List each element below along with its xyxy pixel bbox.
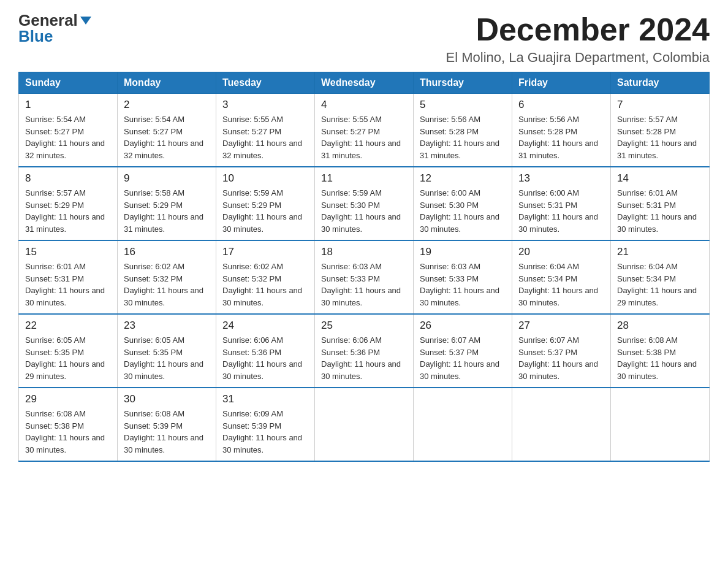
- calendar-cell: 12 Sunrise: 6:00 AMSunset: 5:30 PMDaylig…: [414, 167, 512, 240]
- logo: General Blue: [18, 12, 91, 44]
- day-number: 29: [25, 393, 111, 405]
- day-info: Sunrise: 6:07 AMSunset: 5:37 PMDaylight:…: [420, 334, 506, 382]
- page-subtitle: El Molino, La Guajira Department, Colomb…: [446, 50, 710, 66]
- day-info: Sunrise: 6:04 AMSunset: 5:34 PMDaylight:…: [518, 261, 604, 308]
- calendar-cell: 28 Sunrise: 6:08 AMSunset: 5:38 PMDaylig…: [611, 314, 710, 388]
- header-cell-saturday: Saturday: [611, 72, 710, 94]
- day-number: 6: [518, 99, 604, 111]
- calendar-cell: 13 Sunrise: 6:00 AMSunset: 5:31 PMDaylig…: [512, 167, 611, 240]
- day-number: 12: [420, 172, 506, 185]
- day-number: 8: [25, 172, 111, 185]
- logo-bottom-text: Blue: [18, 28, 91, 44]
- calendar-table: SundayMondayTuesdayWednesdayThursdayFrid…: [18, 72, 710, 462]
- header-cell-sunday: Sunday: [19, 72, 118, 94]
- day-number: 31: [222, 393, 308, 405]
- day-number: 22: [25, 320, 111, 332]
- calendar-cell: [315, 388, 414, 461]
- day-number: 4: [321, 99, 407, 111]
- title-area: December 2024 El Molino, La Guajira Depa…: [446, 12, 710, 66]
- day-number: 18: [321, 246, 407, 258]
- day-info: Sunrise: 5:57 AMSunset: 5:29 PMDaylight:…: [25, 187, 111, 235]
- day-info: Sunrise: 6:06 AMSunset: 5:36 PMDaylight:…: [222, 334, 308, 382]
- day-info: Sunrise: 6:00 AMSunset: 5:30 PMDaylight:…: [420, 187, 506, 235]
- day-info: Sunrise: 5:54 AMSunset: 5:27 PMDaylight:…: [25, 113, 111, 161]
- day-number: 11: [321, 172, 407, 185]
- calendar-cell: 10 Sunrise: 5:59 AMSunset: 5:29 PMDaylig…: [216, 167, 315, 240]
- calendar-cell: 21 Sunrise: 6:04 AMSunset: 5:34 PMDaylig…: [611, 240, 710, 314]
- day-info: Sunrise: 6:02 AMSunset: 5:32 PMDaylight:…: [222, 261, 308, 308]
- day-info: Sunrise: 6:05 AMSunset: 5:35 PMDaylight:…: [124, 334, 210, 382]
- calendar-cell: 17 Sunrise: 6:02 AMSunset: 5:32 PMDaylig…: [216, 240, 315, 314]
- day-info: Sunrise: 5:55 AMSunset: 5:27 PMDaylight:…: [222, 113, 308, 161]
- calendar-cell: 27 Sunrise: 6:07 AMSunset: 5:37 PMDaylig…: [512, 314, 611, 388]
- day-info: Sunrise: 6:05 AMSunset: 5:35 PMDaylight:…: [25, 334, 111, 382]
- header-cell-tuesday: Tuesday: [216, 72, 315, 94]
- day-info: Sunrise: 6:02 AMSunset: 5:32 PMDaylight:…: [124, 261, 210, 308]
- calendar-cell: 18 Sunrise: 6:03 AMSunset: 5:33 PMDaylig…: [315, 240, 414, 314]
- day-number: 19: [420, 246, 506, 258]
- logo-arrow-icon: [80, 17, 91, 25]
- day-info: Sunrise: 5:59 AMSunset: 5:30 PMDaylight:…: [321, 187, 407, 235]
- day-info: Sunrise: 6:01 AMSunset: 5:31 PMDaylight:…: [617, 187, 703, 235]
- day-info: Sunrise: 6:03 AMSunset: 5:33 PMDaylight:…: [420, 261, 506, 308]
- calendar-cell: 25 Sunrise: 6:06 AMSunset: 5:36 PMDaylig…: [315, 314, 414, 388]
- calendar-cell: 20 Sunrise: 6:04 AMSunset: 5:34 PMDaylig…: [512, 240, 611, 314]
- day-number: 2: [124, 99, 210, 111]
- week-row-3: 15 Sunrise: 6:01 AMSunset: 5:31 PMDaylig…: [19, 240, 710, 314]
- week-row-4: 22 Sunrise: 6:05 AMSunset: 5:35 PMDaylig…: [19, 314, 710, 388]
- calendar-body: 1 Sunrise: 5:54 AMSunset: 5:27 PMDayligh…: [19, 94, 710, 462]
- calendar-cell: 19 Sunrise: 6:03 AMSunset: 5:33 PMDaylig…: [414, 240, 512, 314]
- week-row-1: 1 Sunrise: 5:54 AMSunset: 5:27 PMDayligh…: [19, 94, 710, 167]
- calendar-header: SundayMondayTuesdayWednesdayThursdayFrid…: [19, 72, 710, 94]
- day-info: Sunrise: 5:55 AMSunset: 5:27 PMDaylight:…: [321, 113, 407, 161]
- header: General Blue December 2024 El Molino, La…: [18, 12, 710, 66]
- day-info: Sunrise: 6:09 AMSunset: 5:39 PMDaylight:…: [222, 408, 308, 456]
- logo-top-text: General: [18, 12, 91, 28]
- day-info: Sunrise: 6:04 AMSunset: 5:34 PMDaylight:…: [617, 261, 703, 308]
- calendar-cell: 16 Sunrise: 6:02 AMSunset: 5:32 PMDaylig…: [118, 240, 216, 314]
- day-number: 24: [222, 320, 308, 332]
- calendar-cell: 3 Sunrise: 5:55 AMSunset: 5:27 PMDayligh…: [216, 94, 315, 167]
- day-number: 15: [25, 246, 111, 258]
- header-row: SundayMondayTuesdayWednesdayThursdayFrid…: [19, 72, 710, 94]
- calendar-cell: 8 Sunrise: 5:57 AMSunset: 5:29 PMDayligh…: [19, 167, 118, 240]
- day-info: Sunrise: 5:54 AMSunset: 5:27 PMDaylight:…: [124, 113, 210, 161]
- calendar-cell: [611, 388, 710, 461]
- header-cell-thursday: Thursday: [414, 72, 512, 94]
- calendar-cell: [414, 388, 512, 461]
- day-number: 16: [124, 246, 210, 258]
- day-info: Sunrise: 6:08 AMSunset: 5:39 PMDaylight:…: [124, 408, 210, 456]
- day-number: 5: [420, 99, 506, 111]
- day-number: 23: [124, 320, 210, 332]
- day-number: 10: [222, 172, 308, 185]
- day-info: Sunrise: 5:56 AMSunset: 5:28 PMDaylight:…: [518, 113, 604, 161]
- calendar-cell: 29 Sunrise: 6:08 AMSunset: 5:38 PMDaylig…: [19, 388, 118, 461]
- calendar-cell: 9 Sunrise: 5:58 AMSunset: 5:29 PMDayligh…: [118, 167, 216, 240]
- calendar-cell: 7 Sunrise: 5:57 AMSunset: 5:28 PMDayligh…: [611, 94, 710, 167]
- day-info: Sunrise: 6:06 AMSunset: 5:36 PMDaylight:…: [321, 334, 407, 382]
- day-number: 30: [124, 393, 210, 405]
- calendar-cell: 4 Sunrise: 5:55 AMSunset: 5:27 PMDayligh…: [315, 94, 414, 167]
- day-number: 13: [518, 172, 604, 185]
- calendar-cell: 11 Sunrise: 5:59 AMSunset: 5:30 PMDaylig…: [315, 167, 414, 240]
- calendar-cell: 24 Sunrise: 6:06 AMSunset: 5:36 PMDaylig…: [216, 314, 315, 388]
- calendar-cell: 31 Sunrise: 6:09 AMSunset: 5:39 PMDaylig…: [216, 388, 315, 461]
- day-info: Sunrise: 5:58 AMSunset: 5:29 PMDaylight:…: [124, 187, 210, 235]
- day-number: 21: [617, 246, 703, 258]
- day-info: Sunrise: 6:08 AMSunset: 5:38 PMDaylight:…: [25, 408, 111, 456]
- day-info: Sunrise: 5:57 AMSunset: 5:28 PMDaylight:…: [617, 113, 703, 161]
- day-number: 26: [420, 320, 506, 332]
- day-number: 20: [518, 246, 604, 258]
- week-row-5: 29 Sunrise: 6:08 AMSunset: 5:38 PMDaylig…: [19, 388, 710, 461]
- day-number: 28: [617, 320, 703, 332]
- day-number: 7: [617, 99, 703, 111]
- day-number: 14: [617, 172, 703, 185]
- calendar-cell: 22 Sunrise: 6:05 AMSunset: 5:35 PMDaylig…: [19, 314, 118, 388]
- day-number: 25: [321, 320, 407, 332]
- calendar-cell: 15 Sunrise: 6:01 AMSunset: 5:31 PMDaylig…: [19, 240, 118, 314]
- calendar-cell: 2 Sunrise: 5:54 AMSunset: 5:27 PMDayligh…: [118, 94, 216, 167]
- calendar-cell: 26 Sunrise: 6:07 AMSunset: 5:37 PMDaylig…: [414, 314, 512, 388]
- calendar-cell: 14 Sunrise: 6:01 AMSunset: 5:31 PMDaylig…: [611, 167, 710, 240]
- day-info: Sunrise: 5:59 AMSunset: 5:29 PMDaylight:…: [222, 187, 308, 235]
- week-row-2: 8 Sunrise: 5:57 AMSunset: 5:29 PMDayligh…: [19, 167, 710, 240]
